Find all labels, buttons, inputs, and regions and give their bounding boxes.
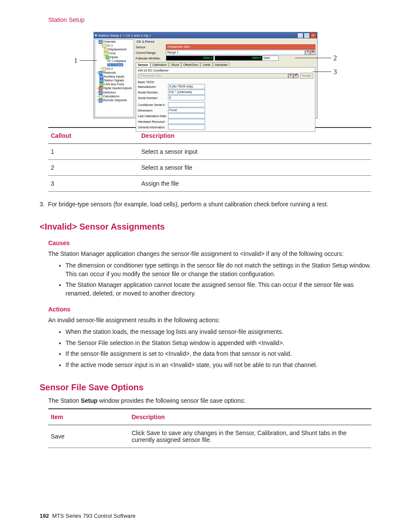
spinner-icon[interactable]: ▴▾ (310, 50, 315, 55)
sensor-label: Sensor: (136, 46, 166, 49)
callout-line (295, 58, 331, 58)
dimension-field: Force (168, 108, 205, 113)
dimension-label: Dimension: (138, 109, 168, 112)
actions-heading: Actions (48, 306, 371, 313)
tree-digital-io[interactable]: Digital Inputs/Outputs (103, 87, 132, 90)
dropdown-icon[interactable]: ▾ (288, 73, 293, 78)
tree-channels[interactable]: Channels (103, 40, 116, 43)
pane-title: Ch 1 Force (137, 40, 315, 44)
min-field: -5000.0 (166, 56, 214, 61)
tree-readouts[interactable]: Readouts (103, 71, 116, 74)
lastcal-label: Last Calibration Date: (138, 115, 168, 118)
causes-intro: The Station Manager application changes … (48, 250, 371, 258)
maximize-button[interactable]: □ (304, 33, 310, 38)
manufacturer-field: 0 (No TEDS chip) (168, 84, 205, 89)
tab-offset[interactable]: Offset/Zero (181, 62, 201, 67)
app-icon: ◆ (95, 34, 97, 37)
step-3-text: For bridge-type sensors (for example, lo… (48, 201, 328, 208)
spinner-icon[interactable]: ▴▾ (293, 73, 299, 78)
geninfo-label: General Information: (138, 126, 168, 129)
cause-item: The dimension or conditioner type settin… (65, 261, 371, 278)
model-field: 0,0,"" (Unknown) (168, 90, 205, 95)
tab-limits[interactable]: Limits (200, 62, 212, 67)
model-label: Model Number: (138, 91, 168, 94)
page-footer: 192 MTS Series 793 Control Software (40, 513, 136, 519)
minmax-label: Fullscale Min/Max: (136, 57, 166, 60)
save-heading: Sensor File Save Options (40, 383, 371, 392)
geninfo-field (168, 124, 205, 130)
cell: 1 (48, 144, 139, 160)
cell: 2 (48, 160, 139, 176)
cell: Select a sensor input (139, 144, 371, 160)
actions-intro: An invalid sensor-file assignment result… (48, 316, 371, 325)
save-options-table: Item Description Save Click Save to save… (48, 408, 371, 448)
tree-calculations[interactable]: Calculations (103, 95, 119, 98)
range-dropdown[interactable]: Range 1 (166, 50, 305, 55)
save-intro: The Station Setup window provides the fo… (48, 397, 371, 405)
causes-heading: Causes (48, 240, 371, 246)
hwres-field (168, 119, 205, 124)
tree-ch1[interactable]: Ch 1 (106, 44, 113, 47)
conditioner-text: 494.16 DC Conditioner (138, 69, 313, 72)
tab-calibration[interactable]: Calibration (150, 62, 169, 67)
page-section-header: Station Setup (48, 16, 371, 23)
cond-serial-label: Conditioner Serial #: (138, 103, 168, 106)
description-header: Description (129, 409, 372, 425)
navigation-tree[interactable]: −Channels −Ch 1 Displacement Force −Inpu… (95, 39, 134, 117)
callout-number-3: 3 (333, 68, 337, 76)
teds-label: Basic TEDS (138, 81, 313, 84)
callout-line (80, 60, 97, 61)
action-item: The Sensor File selection in the Station… (65, 339, 371, 348)
figure-station-setup: 1 2 3 ◆ Station Setup 1 < Ch 1 and 2.cfg… (93, 32, 318, 118)
tree-ch1-force-selected[interactable]: Ch 1 Force (107, 63, 123, 66)
tree-remote-sp[interactable]: Remote Setpoints (103, 99, 127, 102)
sensor-file-dropdown[interactable]: <Parameter Set> (138, 73, 288, 78)
item-header: Item (48, 409, 129, 425)
tabs-row: SensorCalibrationShuntOffset/ZeroLimitsH… (136, 62, 315, 66)
dropdown-icon[interactable]: ▾ (305, 50, 310, 55)
station-setup-window: ◆ Station Setup 1 < Ch 1 and 2.cfg > _ □… (93, 32, 318, 118)
action-item: If the sensor-file assignment is set to … (65, 350, 371, 358)
unit-field[interactable]: DaN (262, 56, 279, 61)
window-title: Station Setup 1 < Ch 1 and 2.cfg > (98, 34, 297, 37)
tree-ch2[interactable]: Ch 2 (106, 67, 113, 70)
callout-line (313, 72, 331, 72)
window-titlebar: ◆ Station Setup 1 < Ch 1 and 2.cfg > _ □… (94, 32, 317, 38)
serial-label: Serial Number: (138, 96, 168, 100)
tree-can-bus[interactable]: CAN Bus Ports (104, 83, 124, 86)
cell: 3 (48, 176, 139, 192)
minimize-button[interactable]: _ (297, 33, 303, 38)
cond-serial-field (168, 102, 205, 107)
tree-inputs[interactable]: Inputs (110, 56, 118, 59)
action-item: If the active mode sensor input is in an… (65, 361, 371, 370)
invalid-heading: <Invalid> Sensor Assignments (40, 222, 371, 232)
sensor-tab-panel: 494.16 DC Conditioner <Parameter Set> ▾ … (136, 67, 315, 132)
callout-number-1: 1 (74, 57, 78, 65)
cell: Assign the file (139, 176, 371, 192)
serial-field: 0 (168, 95, 205, 100)
cell: Select a sensor file (139, 160, 371, 176)
lastcal-field (168, 113, 205, 118)
cause-item: The Station Manager application cannot l… (65, 281, 371, 298)
sensor-field[interactable]: <Parameter Set> (166, 44, 315, 50)
tree-detectors[interactable]: Detectors (103, 91, 116, 94)
tab-shunt[interactable]: Shunt (169, 62, 181, 67)
cell: Save (48, 425, 129, 448)
tab-sensor[interactable]: Sensor (136, 62, 150, 67)
assign-button[interactable]: Assign (300, 73, 313, 79)
max-field: 5000.0 (215, 56, 262, 61)
tree-force[interactable]: Force (108, 52, 116, 55)
tree-ch1-displace[interactable]: Ch 1 Displace (107, 59, 126, 62)
manufacturer-label: Manufacturer: (138, 85, 168, 88)
close-button[interactable]: × (310, 33, 316, 38)
tree-aux-inputs[interactable]: Auxiliary Inputs (104, 75, 124, 78)
tree-station-signals[interactable]: Station Signals (104, 79, 124, 82)
range-label: Current Range: (136, 51, 166, 54)
properties-pane: Ch 1 Force Sensor: <Parameter Set> Curre… (135, 38, 317, 118)
tab-hardware[interactable]: Hardware (213, 62, 230, 67)
tree-displacement[interactable]: Displacement (108, 48, 126, 51)
callout-number-2: 2 (333, 54, 337, 62)
cell: Click Save to save any changes in the Se… (129, 425, 372, 448)
callout-table: Callout Description 1Select a sensor inp… (48, 127, 371, 192)
callout-header: Callout (48, 128, 139, 144)
